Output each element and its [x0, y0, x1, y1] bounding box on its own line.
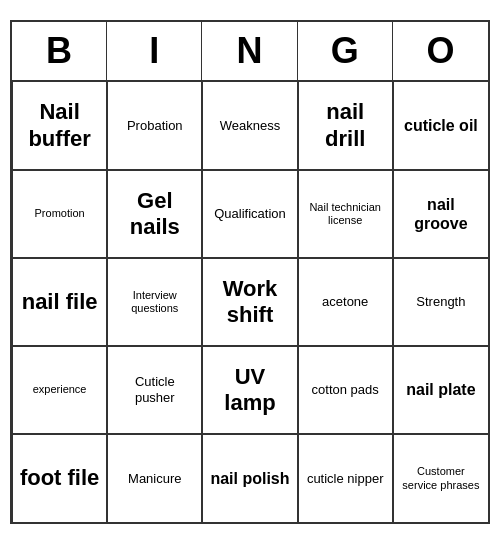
bingo-cell: UV lamp: [202, 346, 297, 434]
cell-text: foot file: [20, 465, 99, 491]
bingo-cell: Probation: [107, 82, 202, 170]
cell-text: Interview questions: [114, 289, 195, 315]
cell-text: Nail buffer: [19, 99, 100, 152]
bingo-cell: Manicure: [107, 434, 202, 522]
bingo-cell: Strength: [393, 258, 488, 346]
cell-text: nail drill: [305, 99, 386, 152]
cell-text: Strength: [416, 294, 465, 310]
bingo-cell: Interview questions: [107, 258, 202, 346]
cell-text: Manicure: [128, 471, 181, 487]
cell-text: acetone: [322, 294, 368, 310]
cell-text: Gel nails: [114, 188, 195, 241]
bingo-cell: nail file: [12, 258, 107, 346]
cell-text: cuticle nipper: [307, 471, 384, 487]
cell-text: nail plate: [406, 380, 475, 399]
cell-text: Weakness: [220, 118, 280, 134]
cell-text: Nail technician license: [305, 201, 386, 227]
bingo-cell: experience: [12, 346, 107, 434]
bingo-cell: Customer service phrases: [393, 434, 488, 522]
cell-text: nail file: [22, 289, 98, 315]
header-letter: I: [107, 22, 202, 80]
cell-text: Probation: [127, 118, 183, 134]
bingo-cell: Promotion: [12, 170, 107, 258]
cell-text: Cuticle pusher: [114, 374, 195, 405]
bingo-header: BINGO: [12, 22, 488, 82]
bingo-card: BINGO Nail bufferProbationWeaknessnail d…: [10, 20, 490, 524]
bingo-cell: nail polish: [202, 434, 297, 522]
bingo-cell: Work shift: [202, 258, 297, 346]
bingo-cell: Cuticle pusher: [107, 346, 202, 434]
bingo-cell: nail drill: [298, 82, 393, 170]
cell-text: Qualification: [214, 206, 286, 222]
header-letter: B: [12, 22, 107, 80]
cell-text: nail polish: [210, 469, 289, 488]
bingo-cell: Nail technician license: [298, 170, 393, 258]
bingo-grid: Nail bufferProbationWeaknessnail drillcu…: [12, 82, 488, 522]
cell-text: nail groove: [400, 195, 482, 233]
cell-text: Promotion: [35, 207, 85, 220]
header-letter: O: [393, 22, 488, 80]
header-letter: G: [298, 22, 393, 80]
bingo-cell: Weakness: [202, 82, 297, 170]
bingo-cell: nail groove: [393, 170, 488, 258]
cell-text: cotton pads: [312, 382, 379, 398]
cell-text: cuticle oil: [404, 116, 478, 135]
bingo-cell: Qualification: [202, 170, 297, 258]
cell-text: Work shift: [209, 276, 290, 329]
cell-text: experience: [33, 383, 87, 396]
cell-text: Customer service phrases: [400, 465, 482, 491]
bingo-cell: cuticle nipper: [298, 434, 393, 522]
bingo-cell: Nail buffer: [12, 82, 107, 170]
header-letter: N: [202, 22, 297, 80]
bingo-cell: cuticle oil: [393, 82, 488, 170]
cell-text: UV lamp: [209, 364, 290, 417]
bingo-cell: cotton pads: [298, 346, 393, 434]
bingo-cell: acetone: [298, 258, 393, 346]
bingo-cell: nail plate: [393, 346, 488, 434]
bingo-cell: foot file: [12, 434, 107, 522]
bingo-cell: Gel nails: [107, 170, 202, 258]
